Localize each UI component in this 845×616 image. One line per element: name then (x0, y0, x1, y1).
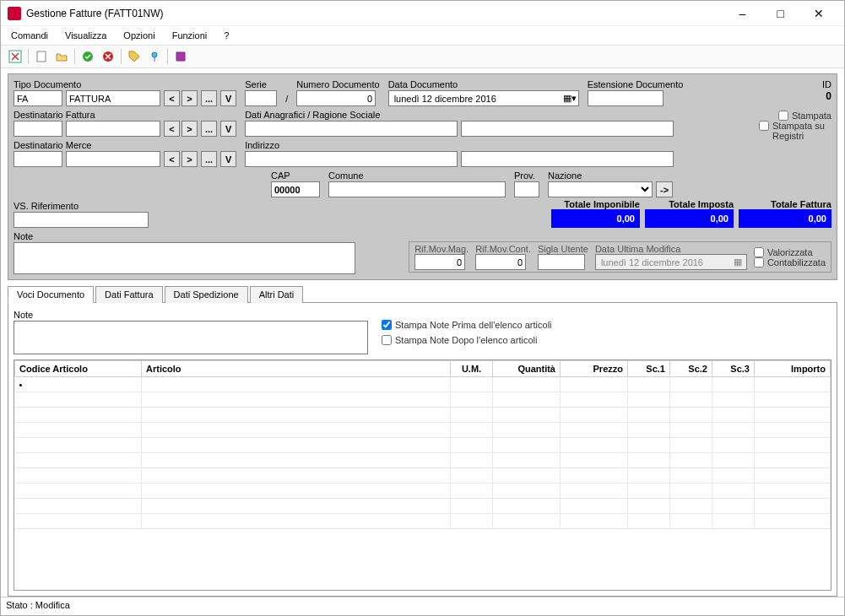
col-articolo[interactable]: Articolo (142, 361, 451, 377)
table-row[interactable] (15, 438, 831, 453)
book-icon[interactable] (173, 49, 188, 64)
dest-fattura-verify[interactable]: V (220, 121, 236, 137)
rif-mov-mag-field[interactable] (414, 254, 465, 270)
stampata-checkbox[interactable] (778, 111, 788, 121)
tot-imposta-value: 0,00 (645, 209, 734, 228)
table-row[interactable]: • (15, 377, 831, 392)
col-importo[interactable]: Importo (755, 361, 831, 377)
ok-icon[interactable] (80, 49, 95, 64)
toolbar (1, 45, 844, 68)
minimize-button[interactable]: – (723, 2, 761, 25)
exit-icon[interactable] (8, 49, 23, 64)
tab-content: Note Stampa Note Prima dell'elenco artic… (8, 302, 837, 597)
tot-imponibile-label: Totale Imponibile (551, 199, 640, 209)
estensione-field[interactable] (588, 90, 664, 106)
stampa-prima-label: Stampa Note Prima dell'elenco articoli (395, 320, 552, 330)
dest-fattura-next[interactable]: > (181, 121, 198, 137)
tipo-doc-browse[interactable]: ... (201, 90, 217, 106)
contabilizzata-label: Contabilizzata (767, 257, 826, 267)
indirizzo-1[interactable] (245, 151, 458, 167)
stampa-dopo-checkbox[interactable] (382, 335, 392, 345)
table-row[interactable] (15, 499, 831, 514)
tipo-doc-prev[interactable]: < (164, 90, 180, 106)
tot-fattura-value: 0,00 (739, 209, 831, 228)
dest-merce-next[interactable]: > (181, 151, 198, 167)
stampata-label: Stampata (792, 111, 831, 121)
cancel-icon[interactable] (100, 49, 116, 64)
dest-merce-prev[interactable]: < (164, 151, 180, 167)
menubar: Comandi Visualizza Opzioni Funzioni ? (1, 26, 844, 45)
nazione-label: Nazione (548, 170, 673, 181)
col-prezzo[interactable]: Prezzo (561, 361, 628, 377)
contabilizzata-checkbox[interactable] (754, 257, 764, 267)
menu-visualizza[interactable]: Visualizza (58, 29, 113, 42)
ragione-sociale-1[interactable] (245, 121, 458, 137)
new-icon[interactable] (34, 49, 49, 64)
data-doc-field[interactable]: lunedì 12 dicembre 2016 ▦▾ (388, 90, 579, 106)
sigla-utente-field (538, 254, 585, 270)
vs-riferimento-field[interactable] (14, 212, 149, 228)
col-sc3[interactable]: Sc.3 (712, 361, 755, 377)
indirizzo-2[interactable] (461, 151, 674, 167)
stampata-registri-checkbox[interactable] (759, 121, 769, 131)
articles-grid[interactable]: Codice Articolo Articolo U.M. Quantità P… (14, 359, 831, 591)
table-row[interactable] (15, 514, 831, 529)
col-um[interactable]: U.M. (451, 361, 493, 377)
table-row[interactable] (15, 468, 831, 484)
rif-mov-cont-field[interactable] (475, 254, 526, 270)
stampa-prima-checkbox[interactable] (382, 320, 392, 330)
maximize-button[interactable]: □ (761, 2, 799, 25)
col-quantita[interactable]: Quantità (493, 361, 561, 377)
valorizzata-checkbox[interactable] (754, 247, 764, 257)
ragione-sociale-2[interactable] (461, 121, 674, 137)
serie-field[interactable] (245, 90, 277, 106)
tipo-doc-desc[interactable] (66, 90, 160, 106)
cap-field[interactable] (271, 181, 320, 197)
tipo-doc-code[interactable] (14, 90, 62, 106)
table-row[interactable] (15, 408, 831, 423)
menu-comandi[interactable]: Comandi (4, 29, 55, 42)
menu-funzioni[interactable]: Funzioni (165, 29, 214, 42)
dest-merce-browse[interactable]: ... (201, 151, 217, 167)
dest-merce-code[interactable] (14, 151, 62, 167)
dest-merce-desc[interactable] (66, 151, 160, 167)
stampata-registri-label: Stampata su Registri (772, 121, 831, 141)
prov-field[interactable] (514, 181, 539, 197)
tab-dati-spedizione[interactable]: Dati Spedizione (165, 286, 248, 303)
voci-note-field[interactable] (14, 321, 368, 354)
nazione-go[interactable]: -> (656, 181, 673, 197)
data-ultima-modifica-label: Data Ultima Modifica (595, 244, 747, 254)
nazione-select[interactable] (548, 181, 653, 197)
tab-altri-dati[interactable]: Altri Dati (250, 286, 304, 303)
note-field[interactable] (14, 242, 355, 274)
close-button[interactable]: ✕ (799, 2, 837, 25)
tab-voci-documento[interactable]: Voci Documento (8, 286, 94, 303)
dest-fattura-desc[interactable] (66, 121, 160, 137)
table-row[interactable] (15, 392, 831, 408)
table-row[interactable] (15, 423, 831, 438)
tag-icon[interactable] (127, 49, 142, 64)
tipo-doc-next[interactable]: > (181, 90, 198, 106)
menu-help[interactable]: ? (217, 29, 236, 42)
col-sc1[interactable]: Sc.1 (628, 361, 670, 377)
dest-merce-verify[interactable]: V (220, 151, 236, 167)
prov-label: Prov. (514, 170, 539, 181)
tipo-doc-verify[interactable]: V (220, 90, 236, 106)
dest-fattura-browse[interactable]: ... (201, 121, 217, 137)
menu-opzioni[interactable]: Opzioni (116, 29, 161, 42)
open-icon[interactable] (54, 49, 69, 64)
dest-fattura-code[interactable] (14, 121, 62, 137)
pin-icon[interactable] (147, 49, 162, 64)
tab-dati-fattura[interactable]: Dati Fattura (95, 286, 162, 303)
table-row[interactable] (15, 484, 831, 499)
dest-fattura-prev[interactable]: < (164, 121, 180, 137)
table-row[interactable] (15, 453, 831, 468)
vs-riferimento-label: VS. Riferimento (14, 201, 149, 211)
comune-field[interactable] (328, 181, 506, 197)
col-codice-articolo[interactable]: Codice Articolo (15, 361, 142, 377)
comune-label: Comune (328, 170, 506, 181)
numero-doc-field[interactable] (296, 90, 376, 106)
calendar-icon[interactable]: ▦▾ (563, 93, 577, 104)
id-value: 0 (826, 90, 831, 102)
col-sc2[interactable]: Sc.2 (670, 361, 712, 377)
